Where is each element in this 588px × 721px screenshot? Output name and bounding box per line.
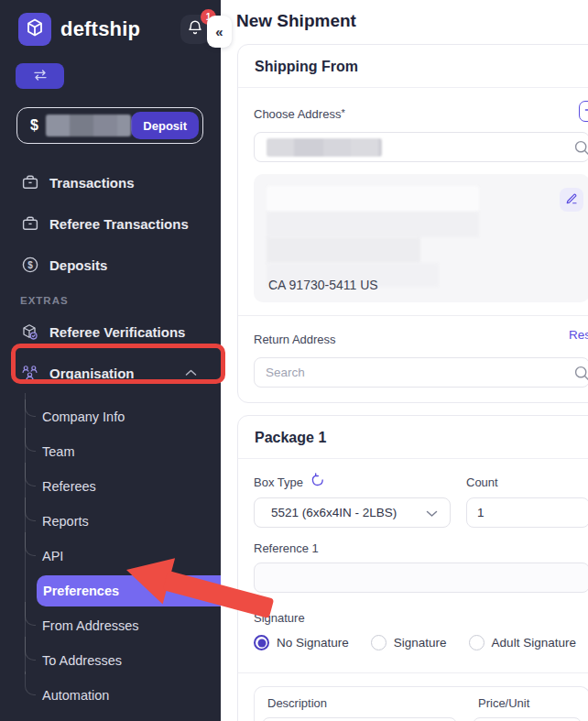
radio-signature[interactable]: Signature: [371, 635, 447, 650]
description-input-wrap: [262, 717, 457, 721]
card-title: Package 1: [238, 416, 588, 459]
required-asterisk: *: [341, 107, 344, 118]
sidebar-item-label: Referee Verifications: [49, 324, 185, 340]
box-type-value: 5521 (6x6x4IN - 2LBS): [271, 506, 426, 519]
count-input-wrap: [466, 497, 588, 528]
package-card: Package 1 Box Type 5521 (6x6x4IN: [237, 415, 588, 721]
shipping-from-card: Shipping From Choose Address*: [237, 44, 588, 403]
subitem-label: Company Info: [42, 410, 125, 424]
add-address-button[interactable]: [579, 101, 588, 122]
sidebar-item-organisation[interactable]: Organisation: [0, 362, 221, 384]
radio-selected-icon: [254, 635, 269, 650]
balance-box: $ Deposit: [16, 107, 203, 144]
count-field: Count: [466, 474, 588, 528]
sidebar-item-referee-verifications[interactable]: Referee Verifications: [0, 321, 221, 343]
pencil-icon: [565, 191, 579, 208]
package-check-icon: [20, 322, 39, 342]
swap-arrows-icon: [32, 69, 49, 84]
sidebar-item-label: Deposits: [49, 257, 107, 273]
balance-amount-redacted: [46, 115, 131, 137]
line-item-box: Description Price/Unit: [254, 686, 588, 721]
reference-input[interactable]: [255, 563, 588, 592]
return-address-row: Return Address Reset: [254, 328, 588, 350]
radio-label: Adult Signature: [492, 636, 576, 650]
radio-adult-signature[interactable]: Adult Signature: [469, 635, 576, 650]
box-type-label: Box Type: [254, 475, 303, 489]
sidebar-item-transactions[interactable]: Transactions: [0, 171, 221, 193]
tree-branch: [25, 428, 36, 452]
swap-button[interactable]: [16, 63, 64, 89]
chevron-down-icon: [426, 505, 438, 521]
organisation-submenu: Company Info Team Referees Reports API P…: [0, 399, 221, 713]
sidebar-item-referee-transactions[interactable]: Referee Transactions: [0, 213, 221, 235]
sidebar-nav: Transactions Referee Transactions $ Depo…: [0, 171, 221, 721]
sidebar-item-deposits[interactable]: $ Deposits: [0, 254, 221, 276]
sidebar-subitem-automation[interactable]: Automation: [0, 678, 221, 713]
radio-unselected-icon: [371, 635, 387, 650]
package-body: Box Type 5521 (6x6x4IN - 2LBS): [238, 459, 588, 721]
box-type-select[interactable]: 5521 (6x6x4IN - 2LBS): [254, 497, 451, 528]
sidebar-item-label: Transactions: [49, 175, 135, 191]
subitem-label: Automation: [42, 688, 109, 703]
deftship-logo[interactable]: [18, 13, 51, 46]
selected-address-preview: CA 91730-5411 US: [254, 174, 588, 302]
dollar-circle-icon: $: [20, 256, 39, 275]
divider: [238, 315, 588, 316]
page-title: New Shipment: [236, 11, 588, 31]
tree-branch: [25, 532, 36, 556]
subitem-label: API: [42, 549, 63, 563]
briefcase-icon: [20, 173, 39, 192]
subitem-label: To Addresses: [42, 653, 122, 668]
signature-options: No Signature Signature Adult Signature: [254, 635, 588, 650]
tree-branch: [25, 497, 36, 521]
notifications-button[interactable]: 1: [180, 15, 210, 44]
signature-label: Signature: [254, 611, 588, 625]
return-address-label: Return Address: [254, 333, 336, 346]
tree-branch: [25, 637, 36, 661]
return-address-search-input[interactable]: [255, 358, 557, 387]
divider: [238, 672, 588, 673]
box-type-count-row: Box Type 5521 (6x6x4IN - 2LBS): [254, 474, 588, 528]
edit-address-button[interactable]: [560, 188, 583, 212]
address-line-redacted: [267, 237, 420, 263]
sidebar-item-label: Referee Transactions: [49, 216, 189, 232]
subitem-label: Team: [42, 444, 74, 459]
count-input[interactable]: [467, 498, 588, 527]
reset-link[interactable]: Reset: [569, 328, 588, 342]
price-unit-field: Price/Unit: [473, 696, 582, 721]
radio-unselected-icon: [469, 635, 485, 650]
plus-icon: [584, 104, 588, 118]
briefcase-icon: [20, 214, 39, 234]
price-input-wrap: [473, 717, 582, 721]
sidebar-header: deftship 1: [0, 0, 221, 46]
organisation-people-icon: [20, 364, 39, 383]
radio-no-signature[interactable]: No Signature: [254, 635, 349, 650]
search-icon: [573, 139, 588, 160]
subitem-label: Reports: [42, 514, 89, 529]
search-icon: [573, 365, 588, 386]
choose-address-label: Choose Address*: [254, 107, 345, 121]
tree-branch: [25, 602, 36, 626]
reference-input-wrap: [254, 563, 588, 593]
description-field: Description: [262, 696, 457, 721]
refresh-icon[interactable]: [310, 473, 325, 491]
return-address-search[interactable]: [254, 357, 588, 388]
box-type-field: Box Type 5521 (6x6x4IN - 2LBS): [254, 474, 451, 528]
chevron-up-icon: [185, 369, 197, 377]
tree-branch: [25, 393, 36, 417]
choose-address-row: Choose Address*: [254, 103, 588, 125]
sidebar-subitem-api[interactable]: API: [0, 539, 221, 574]
cube-icon: [24, 16, 46, 42]
description-label: Description: [262, 696, 457, 710]
collapse-sidebar-button[interactable]: «: [207, 16, 232, 48]
currency-symbol: $: [30, 117, 38, 134]
address-line-redacted: [267, 212, 479, 237]
sidebar: deftship 1 $ Deposit: [0, 0, 221, 721]
choose-address-search[interactable]: [254, 132, 588, 162]
shipping-from-body: Choose Address* CA 91730-5411 US: [238, 88, 588, 402]
sidebar-subitem-preferences[interactable]: Preferences: [37, 575, 221, 606]
radio-label: No Signature: [277, 636, 349, 650]
deposit-button[interactable]: Deposit: [131, 112, 199, 139]
tree-branch: [25, 672, 36, 695]
subitem-label: From Addresses: [42, 618, 139, 633]
